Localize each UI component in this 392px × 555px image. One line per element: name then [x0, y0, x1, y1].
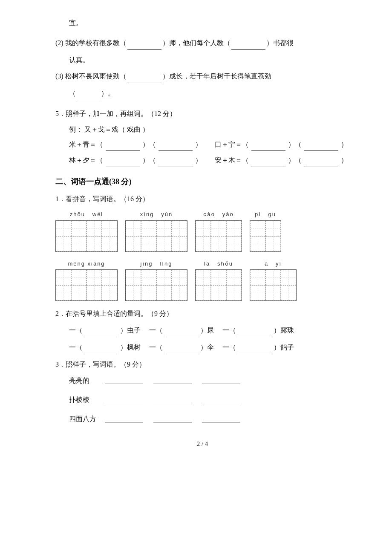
blank-2a[interactable] [127, 37, 161, 50]
write-blank-2a[interactable] [105, 394, 143, 403]
cell[interactable] [141, 285, 156, 301]
cell[interactable] [172, 221, 187, 236]
grid-jing-ling-cells[interactable] [125, 269, 187, 301]
cell[interactable] [86, 285, 102, 301]
cell[interactable] [265, 236, 281, 251]
cell[interactable] [86, 270, 102, 285]
blank-f1ra[interactable] [251, 139, 285, 151]
blank-f2la[interactable] [106, 154, 140, 167]
qty-blank-5[interactable] [164, 341, 199, 354]
cell[interactable] [71, 270, 86, 285]
cell[interactable] [86, 236, 102, 251]
cell[interactable] [281, 270, 296, 285]
cell[interactable] [172, 285, 187, 301]
cell[interactable] [196, 270, 211, 285]
cell[interactable] [226, 285, 242, 301]
write-blank-3a[interactable] [105, 413, 143, 422]
write-blank-3b[interactable] [153, 413, 192, 422]
cell[interactable] [141, 221, 156, 236]
qty-blank-2[interactable] [164, 324, 199, 337]
cell[interactable] [141, 270, 156, 285]
cell[interactable] [226, 270, 242, 285]
qty-blank-1[interactable] [84, 324, 118, 337]
cell[interactable] [196, 221, 211, 236]
blank-3a[interactable] [127, 70, 161, 83]
formula-1l-text: 米＋青＝（ [69, 139, 103, 151]
cell[interactable] [250, 236, 265, 251]
blank-f1lb[interactable] [159, 139, 193, 151]
cell[interactable] [250, 270, 265, 285]
cell[interactable] [102, 270, 117, 285]
cell[interactable] [281, 285, 296, 301]
cell[interactable] [56, 270, 71, 285]
pinyin-grid-row1: zhōu wéi xìng yùn [55, 209, 349, 251]
pinyin-a-yi: ā yí [265, 259, 282, 269]
write-blank-1a[interactable] [105, 375, 143, 384]
blank-3b[interactable] [77, 87, 100, 100]
cell[interactable] [126, 270, 141, 285]
cell[interactable] [172, 270, 187, 285]
blank-f2ra[interactable] [251, 154, 285, 167]
cell[interactable] [226, 221, 242, 236]
blank-2b[interactable] [231, 37, 265, 50]
qty-prefix-6: 一（ [222, 341, 236, 354]
cell[interactable] [226, 236, 242, 251]
qty-blank-3[interactable] [238, 324, 272, 337]
qty-blank-4[interactable] [84, 341, 118, 354]
grid-zhou-wei-cells[interactable] [55, 220, 118, 252]
write-blank-2c[interactable] [202, 394, 240, 403]
write-blank-2b[interactable] [153, 394, 192, 403]
grid-a-yi-cells[interactable] [250, 269, 297, 301]
cell[interactable] [126, 221, 141, 236]
cell[interactable] [56, 285, 71, 301]
cell[interactable] [250, 221, 265, 236]
formula-2r-end: ） [341, 154, 348, 167]
cell[interactable] [211, 236, 226, 251]
blank-f2lb[interactable] [159, 154, 193, 167]
item-text-2b: ）师，他们每个人教（ [162, 37, 231, 49]
blank-f2rb[interactable] [304, 154, 338, 167]
grid-xing-yun-cells[interactable] [125, 220, 187, 252]
write-label-1: 亮亮的 [69, 375, 100, 387]
grid-pi-gu-cells[interactable] [250, 220, 281, 252]
cell[interactable] [172, 236, 187, 251]
write-blank-1c[interactable] [202, 375, 240, 384]
cell[interactable] [211, 270, 226, 285]
cell[interactable] [265, 270, 281, 285]
cell[interactable] [156, 285, 172, 301]
cell[interactable] [265, 221, 281, 236]
cell[interactable] [102, 221, 117, 236]
qty-prefix-4: 一（ [69, 341, 83, 354]
cell[interactable] [196, 285, 211, 301]
cell[interactable] [156, 270, 172, 285]
cell[interactable] [56, 221, 71, 236]
write-blank-3c[interactable] [202, 413, 240, 422]
cell[interactable] [211, 285, 226, 301]
cell[interactable] [71, 236, 86, 251]
grid-cao-yao-cells[interactable] [195, 220, 242, 252]
cell[interactable] [156, 236, 172, 251]
cell[interactable] [156, 221, 172, 236]
grid-la-shou-cells[interactable] [195, 269, 242, 301]
cell[interactable] [141, 236, 156, 251]
cell[interactable] [56, 236, 71, 251]
blank-f1la[interactable] [106, 139, 140, 151]
grid-meng-xiang-cells[interactable] [55, 269, 118, 301]
item-text-2a: 我的学校有很多教（ [65, 37, 127, 49]
write-label-3: 四面八方 [69, 413, 100, 425]
cell[interactable] [126, 285, 141, 301]
cell[interactable] [71, 221, 86, 236]
cell[interactable] [102, 285, 117, 301]
cell[interactable] [86, 221, 102, 236]
blank-f1rb[interactable] [304, 139, 338, 151]
cell[interactable] [265, 285, 281, 301]
write-blank-1b[interactable] [153, 375, 192, 384]
cell[interactable] [126, 236, 141, 251]
qty-blank-6[interactable] [238, 341, 272, 354]
cell[interactable] [211, 221, 226, 236]
cell[interactable] [250, 285, 265, 301]
cell[interactable] [71, 285, 86, 301]
cell[interactable] [102, 236, 117, 251]
cell[interactable] [196, 236, 211, 251]
item-num-3: (3) [55, 70, 65, 83]
